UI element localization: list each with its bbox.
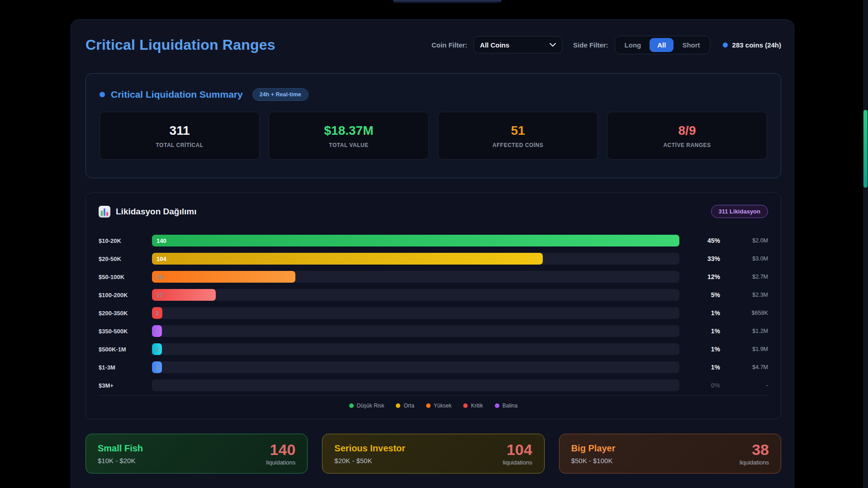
- page-scrollbar[interactable]: [863, 0, 868, 488]
- chart-row-0: $10-20K14045%$2.0M: [99, 232, 768, 250]
- legend-label: Orta: [403, 403, 414, 409]
- row-usd-value: $2.3M: [726, 292, 768, 298]
- coins-count: 283 coins (24h): [732, 41, 781, 49]
- side-filter-label: Side Filter:: [573, 41, 608, 49]
- side-filter-all[interactable]: All: [650, 38, 674, 52]
- summary-stats-row: 311TOTAL CRİTİCAL$18.37MTOTAL VALUE51AFF…: [100, 112, 767, 160]
- range-label: $100-200K: [99, 292, 152, 298]
- range-card-unit: liquidations: [740, 459, 769, 466]
- legend-label: Kritik: [471, 403, 483, 409]
- bar-count: 17: [152, 292, 163, 298]
- row-percent: 0%: [686, 382, 726, 389]
- bar-track: 104: [152, 253, 679, 265]
- bar-fill: 3: [152, 361, 162, 373]
- chevron-down-icon: [550, 41, 556, 49]
- row-usd-value: $2.0M: [726, 237, 768, 244]
- range-card-title: Big Player: [571, 443, 616, 454]
- side-filter-group: LongAllShort: [615, 36, 710, 54]
- row-percent: 33%: [686, 255, 726, 262]
- row-percent: 45%: [686, 237, 726, 244]
- chart-header: Likidasyon Dağılımı 311 Likidasyon: [99, 205, 768, 218]
- bar-count: 38: [152, 274, 163, 280]
- coin-filter-select[interactable]: All Coins: [474, 36, 562, 53]
- legend-label: Balina: [503, 403, 517, 409]
- critical-summary-section: Critical Liquidation Summary 24h + Real-…: [85, 73, 781, 178]
- main-panel: Critical Liquidation Ranges Coin Filter:…: [70, 19, 795, 488]
- row-percent: 1%: [686, 309, 726, 317]
- legend-dot-icon: [396, 403, 400, 408]
- range-card-big-player[interactable]: Big Player$50K - $100K38liquidations: [559, 434, 781, 474]
- stat-card-0: 311TOTAL CRİTİCAL: [100, 112, 260, 160]
- chart-row-8: $3M+0%-: [99, 376, 768, 394]
- range-label: $1-3M: [99, 364, 152, 371]
- chart-row-2: $50-100K3812%$2.7M: [99, 268, 768, 286]
- range-card-small-fish[interactable]: Small Fish$10K - $20K140liquidations: [85, 434, 308, 474]
- chart-row-1: $20-50K10433%$3.0M: [99, 250, 768, 268]
- total-liquidations-badge: 311 Likidasyon: [711, 205, 768, 218]
- range-label: $3M+: [99, 382, 152, 389]
- bar-count: 104: [152, 256, 166, 262]
- range-card-stat: 38liquidations: [740, 442, 769, 466]
- range-label: $10-20K: [99, 237, 152, 244]
- page-title: Critical Liquidation Ranges: [85, 37, 275, 53]
- stat-card-2: 51AFFECTED COİNS: [438, 112, 598, 160]
- top-glow-decoration: [393, 0, 502, 3]
- row-usd-value: $658K: [726, 310, 768, 316]
- legend-dot-icon: [495, 403, 499, 408]
- chart-row-6: $500K-1M31%$1.9M: [99, 340, 768, 358]
- row-percent: 5%: [686, 291, 726, 298]
- row-usd-value: $2.7M: [726, 274, 768, 280]
- status-dot-icon: [723, 43, 728, 47]
- range-card-text: Big Player$50K - $100K: [571, 443, 616, 464]
- row-usd-value: $4.7M: [726, 364, 768, 370]
- bar-track: [152, 379, 679, 391]
- scrollbar-thumb[interactable]: [863, 110, 868, 188]
- stat-label: AFFECTED COİNS: [493, 142, 543, 148]
- range-card-serious-investor[interactable]: Serious Investor$20K - $50K104liquidatio…: [322, 434, 544, 474]
- range-cards-row: Small Fish$10K - $20K140liquidationsSeri…: [85, 434, 781, 474]
- bar-count: 3: [152, 310, 162, 317]
- range-card-count: 38: [740, 442, 769, 457]
- range-label: $20-50K: [99, 256, 152, 262]
- bar-fill: 140: [152, 235, 679, 246]
- bar-track: 38: [152, 271, 679, 283]
- range-card-title: Small Fish: [98, 443, 143, 454]
- legend-item: Düşük Risk: [349, 403, 384, 409]
- row-usd-value: $1.9M: [726, 346, 768, 352]
- bar-fill: 3: [152, 307, 162, 319]
- legend-item: Orta: [396, 403, 414, 409]
- bar-count: 3: [152, 328, 162, 335]
- side-filter-long[interactable]: Long: [617, 38, 649, 52]
- page-header: Critical Liquidation Ranges Coin Filter:…: [85, 34, 781, 55]
- range-card-text: Serious Investor$20K - $50K: [334, 443, 405, 464]
- summary-header: Critical Liquidation Summary 24h + Real-…: [100, 88, 767, 101]
- stat-card-3: 8/9ACTİVE RANGES: [607, 112, 767, 160]
- range-card-text: Small Fish$10K - $20K: [98, 443, 143, 464]
- range-card-unit: liquidations: [503, 459, 532, 466]
- stat-value: 311: [169, 123, 190, 138]
- bar-fill: 17: [152, 289, 216, 301]
- range-card-count: 140: [266, 442, 295, 457]
- side-filter-short[interactable]: Short: [674, 38, 707, 52]
- bar-track: 3: [152, 343, 679, 355]
- legend-item: Yüksek: [426, 403, 451, 409]
- stat-value: 51: [511, 123, 525, 138]
- legend-dot-icon: [426, 403, 431, 408]
- liquidation-distribution-section: Likidasyon Dağılımı 311 Likidasyon $10-2…: [85, 193, 781, 419]
- stat-card-1: $18.37MTOTAL VALUE: [269, 112, 429, 160]
- range-card-unit: liquidations: [266, 459, 295, 466]
- chart-rows: $10-20K14045%$2.0M$20-50K10433%$3.0M$50-…: [99, 232, 768, 394]
- bar-track: 17: [152, 289, 679, 301]
- range-card-count: 104: [503, 442, 532, 457]
- bar-fill: 3: [152, 343, 162, 355]
- bar-track: 140: [152, 235, 679, 246]
- stat-label: TOTAL CRİTİCAL: [156, 142, 204, 148]
- chart-row-4: $200-350K31%$658K: [99, 304, 768, 322]
- bar-track: 3: [152, 325, 679, 337]
- row-percent: 12%: [686, 273, 726, 280]
- chart-title: Likidasyon Dağılımı: [116, 207, 196, 217]
- range-card-range: $10K - $20K: [98, 457, 143, 464]
- legend-dot-icon: [463, 403, 468, 408]
- legend-label: Düşük Risk: [357, 403, 384, 409]
- bar-track: 3: [152, 361, 679, 373]
